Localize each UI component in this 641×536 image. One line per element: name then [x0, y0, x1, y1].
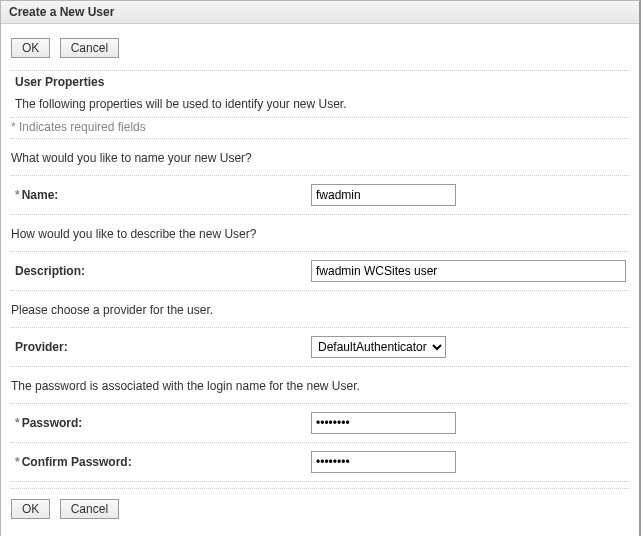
description-row: Description: — [11, 252, 629, 291]
button-row-bottom: OK Cancel — [11, 488, 629, 529]
password-input[interactable] — [311, 412, 456, 434]
description-field-wrap — [311, 260, 626, 282]
confirm-password-label: *Confirm Password: — [11, 455, 311, 469]
provider-prompt: Please choose a provider for the user. — [11, 291, 629, 328]
password-field-wrap — [311, 412, 456, 434]
description-label: Description: — [11, 264, 311, 278]
section-title: User Properties — [11, 70, 629, 97]
cancel-button[interactable]: Cancel — [60, 38, 119, 58]
panel-body: OK Cancel User Properties The following … — [1, 24, 639, 536]
button-row-top: OK Cancel — [11, 32, 629, 68]
description-input[interactable] — [311, 260, 626, 282]
provider-row: Provider: DefaultAuthenticator — [11, 328, 629, 367]
provider-field-wrap: DefaultAuthenticator — [311, 336, 446, 358]
name-label-text: Name: — [22, 188, 59, 202]
required-note: * Indicates required fields — [11, 117, 629, 139]
description-label-text: Description: — [15, 264, 85, 278]
required-marker: * — [15, 188, 20, 202]
panel-title: Create a New User — [1, 1, 639, 24]
password-prompt: The password is associated with the logi… — [11, 367, 629, 404]
description-prompt: How would you like to describe the new U… — [11, 215, 629, 252]
confirm-password-label-text: Confirm Password: — [22, 455, 132, 469]
name-input[interactable] — [311, 184, 456, 206]
password-row: *Password: — [11, 404, 629, 443]
cancel-button-bottom[interactable]: Cancel — [60, 499, 119, 519]
ok-button-bottom[interactable]: OK — [11, 499, 50, 519]
confirm-password-input[interactable] — [311, 451, 456, 473]
password-label-text: Password: — [22, 416, 83, 430]
name-prompt: What would you like to name your new Use… — [11, 139, 629, 176]
required-marker: * — [15, 416, 20, 430]
name-row: *Name: — [11, 176, 629, 215]
password-label: *Password: — [11, 416, 311, 430]
section-desc: The following properties will be used to… — [11, 97, 629, 117]
name-field-wrap — [311, 184, 456, 206]
confirm-password-field-wrap — [311, 451, 456, 473]
provider-label: Provider: — [11, 340, 311, 354]
ok-button[interactable]: OK — [11, 38, 50, 58]
name-label: *Name: — [11, 188, 311, 202]
confirm-password-row: *Confirm Password: — [11, 443, 629, 482]
provider-select[interactable]: DefaultAuthenticator — [311, 336, 446, 358]
create-user-panel: Create a New User OK Cancel User Propert… — [0, 0, 641, 536]
required-marker: * — [15, 455, 20, 469]
provider-label-text: Provider: — [15, 340, 68, 354]
